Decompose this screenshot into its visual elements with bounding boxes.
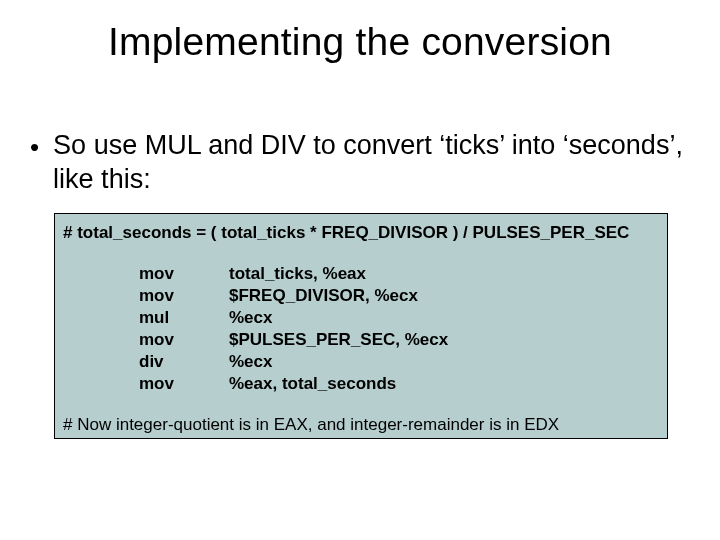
asm-row: div %ecx bbox=[139, 351, 659, 373]
code-comment-top: # total_seconds = ( total_ticks * FREQ_D… bbox=[63, 223, 659, 243]
bullet-text: So use MUL and DIV to convert ‘ticks’ in… bbox=[53, 128, 690, 196]
asm-operands: %ecx bbox=[229, 307, 659, 329]
asm-mnemonic: mov bbox=[139, 373, 229, 395]
asm-mnemonic: div bbox=[139, 351, 229, 373]
slide: Implementing the conversion • So use MUL… bbox=[0, 0, 720, 540]
asm-block: mov total_ticks, %eax mov $FREQ_DIVISOR,… bbox=[139, 263, 659, 395]
code-comment-bottom: # Now integer-quotient is in EAX, and in… bbox=[63, 415, 659, 435]
asm-operands: $FREQ_DIVISOR, %ecx bbox=[229, 285, 659, 307]
asm-mnemonic: mov bbox=[139, 285, 229, 307]
asm-operands: %ecx bbox=[229, 351, 659, 373]
asm-mnemonic: mov bbox=[139, 263, 229, 285]
asm-mnemonic: mov bbox=[139, 329, 229, 351]
asm-row: mov total_ticks, %eax bbox=[139, 263, 659, 285]
asm-row: mov $PULSES_PER_SEC, %ecx bbox=[139, 329, 659, 351]
asm-operands: %eax, total_seconds bbox=[229, 373, 659, 395]
bullet-marker: • bbox=[30, 130, 39, 164]
asm-operands: total_ticks, %eax bbox=[229, 263, 659, 285]
slide-title: Implementing the conversion bbox=[0, 20, 720, 64]
asm-row: mov %eax, total_seconds bbox=[139, 373, 659, 395]
bullet-item: • So use MUL and DIV to convert ‘ticks’ … bbox=[30, 128, 690, 196]
asm-row: mul %ecx bbox=[139, 307, 659, 329]
asm-mnemonic: mul bbox=[139, 307, 229, 329]
asm-operands: $PULSES_PER_SEC, %ecx bbox=[229, 329, 659, 351]
asm-row: mov $FREQ_DIVISOR, %ecx bbox=[139, 285, 659, 307]
code-box: # total_seconds = ( total_ticks * FREQ_D… bbox=[54, 213, 668, 439]
